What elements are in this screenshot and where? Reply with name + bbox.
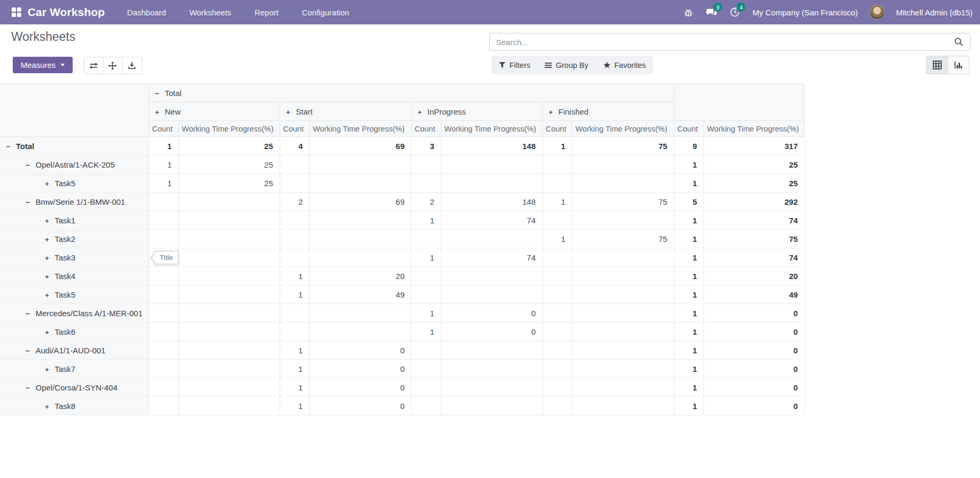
flip-axis-button[interactable] (84, 57, 103, 74)
row-header[interactable]: +Task2 (0, 230, 149, 248)
expand-icon: + (44, 366, 50, 373)
row-header[interactable]: +Task5 (0, 285, 149, 304)
table-row: +Task5149149 (0, 285, 804, 304)
pivot-cell (178, 230, 280, 248)
pivot-cell (280, 304, 309, 323)
column-group-start[interactable]: +Start (280, 102, 411, 121)
pivot-cell: 1 (674, 397, 704, 415)
row-header[interactable]: −Audi/A1/1-AUD-001 (0, 341, 149, 360)
row-header[interactable]: −Opel/Astra/1-ACK-205 (0, 155, 149, 174)
pivot-cell: 20 (704, 267, 804, 285)
app-name[interactable]: Car Workshop (28, 6, 105, 19)
pivot-cell (280, 230, 309, 248)
pivot-cell: 1 (674, 211, 704, 230)
row-header[interactable]: +Task6 (0, 323, 149, 341)
measure-header[interactable]: Count (280, 121, 309, 137)
column-group-inprogress[interactable]: +InProgress (411, 102, 542, 121)
pivot-cell (572, 267, 674, 285)
measure-header[interactable]: Count (542, 121, 572, 137)
pivot-cell (309, 248, 411, 267)
user-avatar[interactable] (870, 5, 884, 20)
menu-report[interactable]: Report (255, 8, 279, 17)
debug-bug-icon[interactable] (682, 6, 694, 18)
pivot-cell (178, 378, 280, 397)
filters-button[interactable]: Filters (491, 56, 537, 74)
table-row: +Task61010 (0, 323, 804, 341)
pivot-cell: 2 (411, 193, 441, 211)
row-header[interactable]: −Mercedes/Class A/1-MER-001 (0, 304, 149, 323)
group-by-button[interactable]: Group By (537, 56, 595, 74)
pivot-cell (280, 211, 309, 230)
row-label-text: Mercedes/Class A/1-MER-001 (36, 309, 143, 318)
download-button[interactable] (123, 57, 142, 74)
pivot-cell: 0 (704, 378, 804, 397)
pivot-cell: 75 (572, 193, 674, 211)
pivot-cell: 317 (704, 137, 804, 155)
expand-icon: + (44, 236, 50, 244)
graph-view-button[interactable] (948, 56, 969, 74)
pivot-cell (542, 304, 572, 323)
apps-menu-icon[interactable] (12, 7, 21, 17)
activities-clock-icon[interactable]: 4 (729, 6, 741, 18)
row-header[interactable]: −Bmw/Serie 1/1-BMW-001 (0, 193, 149, 211)
column-group-finished[interactable]: +Finished (542, 102, 674, 121)
measure-header[interactable]: Count (674, 121, 704, 137)
measure-header[interactable]: Working Time Progress(%) (704, 121, 804, 137)
measure-header[interactable]: Count (149, 121, 178, 137)
pivot-cell: 69 (309, 193, 411, 211)
pivot-cell (542, 378, 572, 397)
pivot-cell: 0 (704, 304, 804, 323)
row-header[interactable]: +Task8 (0, 397, 149, 415)
collapse-icon: − (24, 384, 31, 392)
company-switcher[interactable]: My Company (San Francisco) (752, 8, 857, 17)
pivot-cell (542, 323, 572, 341)
pivot-view-button[interactable] (926, 56, 948, 74)
measure-header[interactable]: Working Time Progress(%) (572, 121, 674, 137)
row-header[interactable]: +Task4 (0, 267, 149, 285)
expand-icon: + (417, 108, 423, 116)
group-by-icon (545, 62, 552, 68)
pivot-cell: 1 (674, 341, 704, 360)
pivot-cell (149, 341, 178, 360)
search-input[interactable] (490, 38, 951, 47)
row-header[interactable]: +Task1 (0, 211, 149, 230)
favorites-button[interactable]: Favorites (596, 56, 654, 74)
row-header[interactable]: +Task5 (0, 174, 149, 193)
measure-header[interactable]: Count (411, 121, 441, 137)
search-facets: FiltersGroup ByFavorites (491, 56, 653, 74)
row-label-text: Task2 (55, 234, 75, 244)
measure-header[interactable]: Working Time Progress(%) (441, 121, 542, 137)
column-header-total[interactable]: −Total (149, 84, 674, 102)
measure-header[interactable]: Working Time Progress(%) (309, 121, 411, 137)
messages-badge: 9 (713, 3, 722, 12)
pivot-cell: 74 (704, 248, 804, 267)
table-row: −Total12546931481759317 (0, 137, 804, 155)
row-header[interactable]: −Total (0, 137, 149, 155)
pivot-cell: 1 (280, 341, 309, 360)
menu-dashboard[interactable]: Dashboard (127, 8, 166, 17)
facet-label: Filters (509, 61, 530, 69)
measure-header[interactable]: Working Time Progress(%) (178, 121, 280, 137)
pivot-cell: 1 (411, 211, 441, 230)
measures-button[interactable]: Measures (13, 57, 73, 73)
pivot-cell: 75 (572, 137, 674, 155)
user-menu[interactable]: Mitchell Admin (db15) (896, 8, 973, 17)
pivot-cell (572, 155, 674, 174)
row-header[interactable]: −Opel/Corsa/1-SYN-404 (0, 378, 149, 397)
column-group-new[interactable]: +New (149, 102, 280, 121)
row-label-text: Task5 (55, 179, 75, 188)
messages-icon[interactable]: 9 (706, 6, 717, 18)
menu-configuration[interactable]: Configuration (302, 8, 349, 17)
row-header[interactable]: +Task7 (0, 360, 149, 378)
pivot-cell (149, 323, 178, 341)
menu-worksheets[interactable]: Worksheets (189, 8, 231, 17)
expand-all-button[interactable] (103, 57, 123, 74)
pivot-cell: 0 (441, 323, 542, 341)
pivot-tools (84, 57, 142, 74)
table-row: +Task4120120 (0, 267, 804, 285)
pivot-cell: 20 (309, 267, 411, 285)
pivot-cell (178, 267, 280, 285)
pivot-cell (309, 155, 411, 174)
row-header[interactable]: +Task3 (0, 248, 149, 267)
search-icon[interactable] (951, 37, 970, 47)
